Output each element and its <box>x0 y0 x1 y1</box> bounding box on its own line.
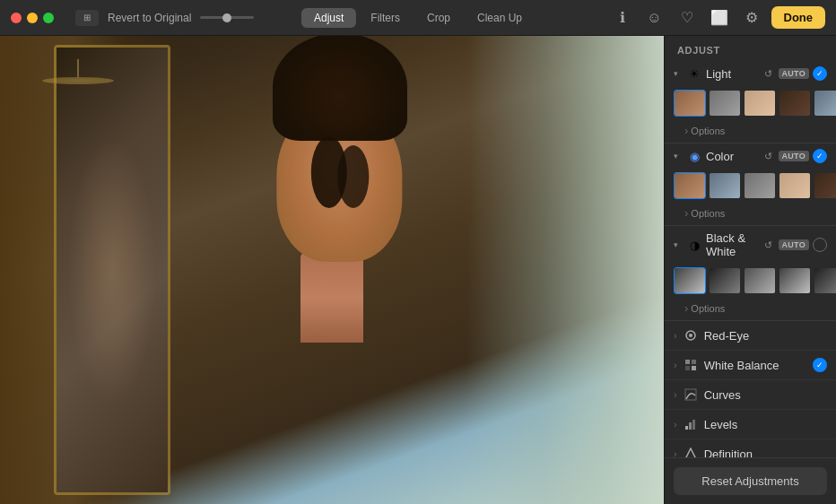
heart-icon: ♡ <box>681 9 693 26</box>
close-button[interactable] <box>11 13 22 23</box>
levels-item[interactable]: › Levels <box>665 410 836 439</box>
definition-chevron-icon: › <box>674 448 677 457</box>
light-section-header[interactable]: ▾ ☀ Light ↺ AUTO <box>665 61 836 86</box>
bw-section-header[interactable]: ▾ ◑ Black & White ↺ AUTO <box>665 226 836 264</box>
minimize-button[interactable] <box>27 13 38 23</box>
light-thumb-3[interactable] <box>744 90 776 117</box>
info-icon: ℹ <box>620 9 625 26</box>
light-check[interactable] <box>813 66 827 81</box>
curves-chevron-icon: › <box>674 389 677 400</box>
color-thumb-2[interactable] <box>709 172 741 199</box>
tab-cleanup[interactable]: Clean Up <box>465 8 535 28</box>
main-content: ADJUST ▾ ☀ Light ↺ AUTO <box>0 36 836 504</box>
whitebalance-item[interactable]: › White Balance <box>665 351 836 380</box>
bw-options[interactable]: Options <box>665 300 836 320</box>
bw-thumb-strip <box>665 264 836 300</box>
panel-scroll[interactable]: ▾ ☀ Light ↺ AUTO Opt <box>665 61 836 457</box>
tools-icon: ⚙ <box>745 9 758 26</box>
info-button[interactable]: ℹ <box>610 5 635 30</box>
svg-rect-2 <box>685 360 690 364</box>
color-thumb-3[interactable] <box>744 172 776 199</box>
heart-button[interactable]: ♡ <box>675 5 700 30</box>
revert-button[interactable]: Revert to Original <box>108 12 191 24</box>
color-section-header[interactable]: ▾ ◉ Color ↺ AUTO <box>665 143 836 169</box>
redeye-chevron-icon: › <box>674 330 677 341</box>
curves-icon <box>683 387 699 403</box>
svg-marker-10 <box>685 448 696 457</box>
color-thumb-4[interactable] <box>779 172 811 199</box>
bw-icon: ◑ <box>687 238 701 252</box>
bw-thumb-2[interactable] <box>709 267 741 294</box>
svg-rect-5 <box>692 366 696 370</box>
light-thumb-5[interactable] <box>814 90 836 117</box>
bw-thumb-bw5 <box>814 268 836 293</box>
color-thumb-1[interactable] <box>674 172 706 199</box>
photo-curtain-right <box>466 36 664 504</box>
bw-thumb-1[interactable] <box>674 267 706 294</box>
tab-crop[interactable]: Crop <box>414 8 463 28</box>
light-icon: ☀ <box>687 66 701 81</box>
tab-adjust[interactable]: Adjust <box>301 8 356 28</box>
curves-label: Curves <box>704 388 827 402</box>
thumb-neutral-inner <box>710 91 740 116</box>
color-thumb-5[interactable] <box>814 172 836 199</box>
color-check[interactable] <box>813 149 827 163</box>
whitebalance-check[interactable] <box>813 358 827 372</box>
color-options-label: Options <box>684 206 827 220</box>
light-thumb-strip <box>665 86 836 122</box>
bw-thumb-3[interactable] <box>744 267 776 294</box>
share-icon: ⬜ <box>710 9 728 26</box>
slider-track <box>200 16 254 19</box>
color-thumb-warm <box>675 173 705 198</box>
bw-check[interactable] <box>813 238 827 252</box>
color-actions: ↺ AUTO <box>762 149 827 163</box>
fullscreen-button[interactable] <box>43 13 54 23</box>
svg-point-1 <box>689 334 692 337</box>
levels-icon <box>683 416 699 432</box>
color-thumb-bright <box>779 173 810 198</box>
light-thumb-2[interactable] <box>709 90 741 117</box>
tab-filters[interactable]: Filters <box>358 8 413 28</box>
photo-scene <box>0 36 664 504</box>
share-button[interactable]: ⬜ <box>707 5 732 30</box>
bw-thumb-5[interactable] <box>814 267 836 294</box>
bw-thumb-4[interactable] <box>779 267 811 294</box>
bw-chevron-icon: ▾ <box>674 240 683 249</box>
thumb-dark-inner <box>779 91 810 116</box>
light-thumb-1[interactable] <box>674 90 706 117</box>
right-panel: ADJUST ▾ ☀ Light ↺ AUTO <box>664 36 836 504</box>
light-thumb-4[interactable] <box>779 90 811 117</box>
panel-header: ADJUST <box>665 36 836 61</box>
brightness-slider[interactable] <box>200 16 254 19</box>
color-options[interactable]: Options <box>665 204 836 225</box>
emoji-button[interactable]: ☺ <box>642 5 667 30</box>
thumb-bright-inner <box>745 91 775 116</box>
done-button[interactable]: Done <box>771 6 826 29</box>
light-chevron-icon: ▾ <box>674 69 683 78</box>
whitebalance-label: White Balance <box>704 359 807 372</box>
person-neck <box>300 253 363 343</box>
tools-button[interactable]: ⚙ <box>739 5 764 30</box>
thumb-warm-inner <box>675 91 705 116</box>
bw-reset-button[interactable]: ↺ <box>762 239 775 252</box>
light-options[interactable]: Options <box>665 122 836 143</box>
emoji-icon: ☺ <box>647 10 661 26</box>
svg-rect-4 <box>685 366 690 370</box>
redeye-item[interactable]: › Red-Eye <box>665 321 836 351</box>
definition-icon <box>683 446 699 457</box>
svg-rect-9 <box>692 420 695 430</box>
light-label: Light <box>706 67 757 81</box>
color-thumb-neutral <box>745 173 775 198</box>
curves-item[interactable]: › Curves <box>665 380 836 410</box>
definition-item[interactable]: › Definition <box>665 439 836 457</box>
split-view-button[interactable]: ⊞ <box>75 10 99 26</box>
svg-rect-7 <box>685 426 688 430</box>
titlebar-left-group: ⊞ Revert to Original <box>68 10 254 26</box>
photo-area <box>0 36 664 504</box>
redeye-label: Red-Eye <box>704 329 827 343</box>
light-section: ▾ ☀ Light ↺ AUTO Opt <box>665 61 836 143</box>
color-reset-button[interactable]: ↺ <box>762 150 775 163</box>
reset-adjustments-button[interactable]: Reset Adjustments <box>674 467 827 495</box>
bw-thumb-bw4 <box>779 268 810 293</box>
light-reset-button[interactable]: ↺ <box>762 67 775 81</box>
